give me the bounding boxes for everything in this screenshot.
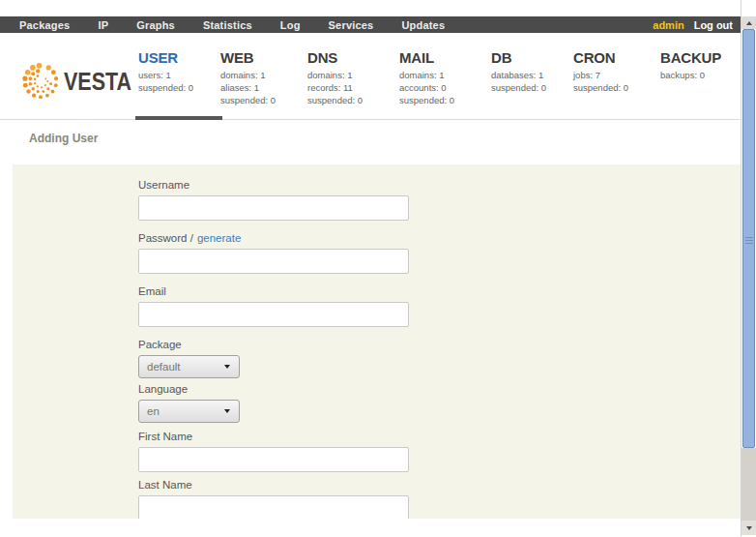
stat-line: domains: 1 bbox=[399, 69, 454, 81]
top-menu-statistics[interactable]: Statistics bbox=[203, 19, 252, 31]
stat-line: backups: 0 bbox=[660, 69, 721, 81]
stat-line: suspended: 0 bbox=[573, 81, 628, 94]
language-select-value: en bbox=[147, 405, 160, 417]
top-menu-packages[interactable]: Packages bbox=[19, 19, 70, 31]
stat-line: accounts: 0 bbox=[399, 81, 454, 94]
tab-web[interactable]: WEB domains: 1 aliases: 1 suspended: 0 bbox=[220, 50, 276, 106]
username-label: Username bbox=[138, 179, 189, 191]
stat-line: suspended: 0 bbox=[138, 81, 193, 94]
scroll-up-button[interactable] bbox=[741, 16, 756, 29]
scroll-up-icon bbox=[746, 21, 752, 25]
top-menu-log[interactable]: Log bbox=[280, 19, 301, 31]
tab-cron[interactable]: CRON jobs: 7 suspended: 0 bbox=[573, 50, 628, 94]
vesta-control-panel: Packages IP Graphs Statistics Log Servic… bbox=[0, 0, 756, 537]
tab-db[interactable]: DB databases: 1 suspended: 0 bbox=[491, 50, 546, 94]
stat-line: domains: 1 bbox=[307, 69, 363, 81]
header-divider bbox=[0, 119, 741, 120]
tab-dns[interactable]: DNS domains: 1 records: 11 suspended: 0 bbox=[307, 50, 363, 106]
tab-user-stats: users: 1 suspended: 0 bbox=[138, 69, 193, 94]
last-name-input[interactable] bbox=[138, 495, 409, 519]
tab-dns-stats: domains: 1 records: 11 suspended: 0 bbox=[307, 69, 363, 106]
first-name-input[interactable] bbox=[138, 447, 409, 472]
vertical-scrollbar bbox=[741, 0, 756, 537]
stat-line: suspended: 0 bbox=[399, 94, 454, 106]
stat-line: suspended: 0 bbox=[307, 94, 363, 106]
tab-backup[interactable]: BACKUP backups: 0 bbox=[660, 50, 721, 81]
tab-mail-title: MAIL bbox=[399, 50, 454, 66]
tab-backup-title: BACKUP bbox=[660, 50, 721, 66]
password-input[interactable] bbox=[138, 249, 409, 274]
package-select-value: default bbox=[147, 361, 181, 373]
package-select[interactable]: default bbox=[138, 355, 240, 378]
tab-mail[interactable]: MAIL domains: 1 accounts: 0 suspended: 0 bbox=[399, 50, 454, 106]
language-label: Language bbox=[138, 383, 188, 395]
admin-user-link[interactable]: admin bbox=[653, 19, 683, 31]
scroll-down-button[interactable] bbox=[741, 521, 756, 535]
top-menu-bar: Packages IP Graphs Statistics Log Servic… bbox=[0, 16, 741, 33]
logout-link[interactable]: Log out bbox=[694, 19, 733, 31]
scrollbar-track[interactable] bbox=[741, 448, 756, 521]
stat-line: databases: 1 bbox=[491, 69, 546, 81]
stat-line: domains: 1 bbox=[220, 69, 276, 81]
top-menu-ip[interactable]: IP bbox=[98, 19, 108, 31]
tab-db-title: DB bbox=[491, 50, 546, 66]
tab-cron-stats: jobs: 7 suspended: 0 bbox=[573, 69, 628, 94]
vesta-logo[interactable]: VESTA bbox=[20, 61, 143, 102]
first-name-label: First Name bbox=[138, 431, 192, 442]
stat-line: users: 1 bbox=[138, 69, 193, 81]
email-label: Email bbox=[138, 285, 166, 297]
stat-line: records: 11 bbox=[307, 81, 363, 94]
stat-line: suspended: 0 bbox=[491, 81, 546, 94]
username-input[interactable] bbox=[138, 195, 409, 221]
top-menu-graphs[interactable]: Graphs bbox=[136, 19, 175, 31]
tab-user-title: USER bbox=[138, 50, 193, 66]
scrollbar-thumb[interactable] bbox=[742, 29, 755, 448]
top-menu-updates[interactable]: Updates bbox=[401, 19, 445, 31]
generate-password-link[interactable]: generate bbox=[197, 232, 241, 244]
tab-db-stats: databases: 1 suspended: 0 bbox=[491, 69, 546, 94]
password-label: Password /generate bbox=[138, 232, 241, 244]
vesta-logo-text: VESTA bbox=[64, 61, 131, 102]
package-label: Package bbox=[138, 339, 182, 350]
select-arrow-icon bbox=[224, 409, 230, 413]
tab-mail-stats: domains: 1 accounts: 0 suspended: 0 bbox=[399, 69, 454, 106]
topbar-user-area: admin Log out bbox=[653, 19, 741, 31]
tab-dns-title: DNS bbox=[307, 50, 363, 66]
tab-web-stats: domains: 1 aliases: 1 suspended: 0 bbox=[220, 69, 276, 106]
password-label-text: Password / bbox=[138, 232, 193, 244]
stat-line: suspended: 0 bbox=[220, 94, 276, 106]
stat-line: aliases: 1 bbox=[220, 81, 276, 94]
add-user-form: Username Password /generate Email Packag… bbox=[13, 164, 741, 519]
scroll-down-icon bbox=[746, 526, 752, 530]
last-name-label: Last Name bbox=[138, 479, 192, 491]
email-input[interactable] bbox=[138, 302, 409, 327]
select-arrow-icon bbox=[224, 365, 230, 369]
tab-backup-stats: backups: 0 bbox=[660, 69, 721, 81]
scrollbar-grip bbox=[745, 237, 753, 246]
tab-web-title: WEB bbox=[220, 50, 276, 66]
language-select[interactable]: en bbox=[138, 400, 240, 423]
tab-cron-title: CRON bbox=[573, 50, 628, 66]
top-menu-services[interactable]: Services bbox=[329, 19, 374, 31]
active-tab-underline bbox=[135, 116, 222, 120]
stat-line: jobs: 7 bbox=[573, 69, 628, 81]
page-title: Adding User bbox=[29, 132, 98, 145]
tab-user[interactable]: USER users: 1 suspended: 0 bbox=[138, 50, 193, 94]
vesta-logo-icon bbox=[20, 61, 61, 102]
